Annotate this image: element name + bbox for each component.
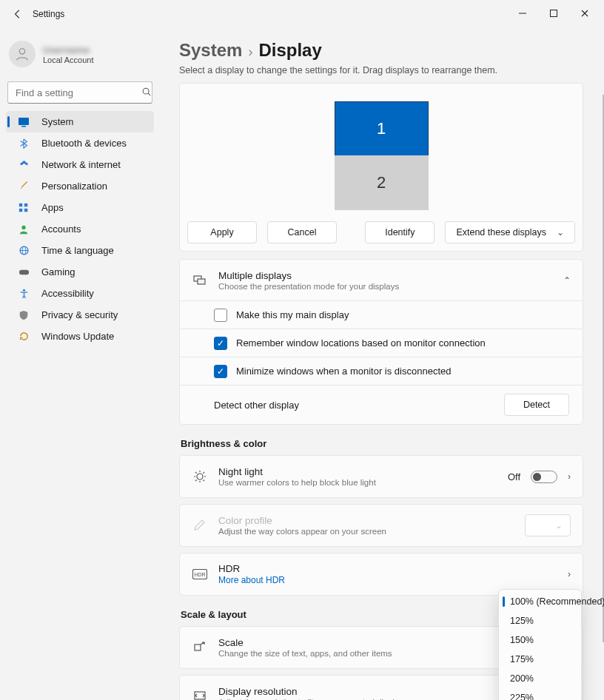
search-field[interactable] (14, 87, 141, 99)
row-desc: Choose the presentation mode for your di… (218, 282, 399, 291)
nav-gaming[interactable]: Gaming (6, 261, 154, 283)
scale-dropdown[interactable]: 100% (Recommended) 125% 150% 175% 200% 2… (498, 589, 582, 700)
row-desc: Change the size of text, apps, and other… (218, 649, 392, 658)
nav-label: Time & language (41, 245, 114, 256)
minimize-button[interactable] (514, 9, 531, 20)
identify-button[interactable]: Identify (365, 221, 434, 243)
checkbox-minimize-disconnected[interactable]: ✓ (214, 365, 227, 378)
gaming-icon (16, 265, 31, 280)
chevron-right-icon: › (568, 569, 571, 579)
shield-icon (16, 308, 31, 323)
cancel-button[interactable]: Cancel (267, 221, 337, 243)
row-desc: Adjust the way colors appear on your scr… (218, 527, 386, 536)
svg-rect-31 (195, 692, 205, 699)
color-profile-icon (192, 517, 208, 534)
option-label: Remember window locations based on monit… (236, 337, 486, 349)
svg-rect-7 (19, 203, 22, 206)
nav-update[interactable]: Windows Update (6, 326, 154, 347)
scale-option-100[interactable]: 100% (Recommended) (501, 592, 579, 611)
svg-line-27 (204, 472, 205, 474)
search-icon (141, 87, 152, 99)
svg-line-4 (148, 93, 150, 95)
accessibility-icon (16, 286, 31, 301)
system-icon (16, 115, 31, 129)
nav-accessibility[interactable]: Accessibility (6, 283, 154, 304)
night-light-toggle[interactable] (531, 471, 557, 483)
scale-option-150[interactable]: 150% (501, 630, 579, 650)
svg-rect-9 (19, 208, 22, 211)
remember-locations-row[interactable]: ✓ Remember window locations based on mon… (180, 329, 583, 357)
scale-option-125[interactable]: 125% (501, 611, 579, 630)
checkbox-remember-locations[interactable]: ✓ (214, 337, 227, 350)
resolution-icon (192, 688, 208, 700)
svg-rect-6 (21, 126, 26, 127)
nav-privacy[interactable]: Privacy & security (6, 304, 154, 326)
display-mode-select[interactable]: Extend these displays ⌄ (445, 221, 575, 243)
breadcrumb-root[interactable]: System (179, 40, 242, 61)
nav-label: System (41, 116, 73, 127)
maximize-button[interactable] (545, 9, 563, 20)
svg-rect-5 (19, 118, 29, 125)
nav-accounts[interactable]: Accounts (6, 218, 154, 240)
apply-button[interactable]: Apply (187, 221, 257, 243)
detect-button[interactable]: Detect (504, 394, 569, 416)
nav-label: Gaming (41, 266, 76, 277)
hdr-link[interactable]: More about HDR (218, 575, 285, 585)
row-title: Color profile (218, 515, 386, 526)
nav-system[interactable]: System (6, 111, 154, 132)
nav-label: Windows Update (41, 331, 114, 342)
section-brightness: Brightness & color (181, 438, 583, 449)
monitor-2[interactable]: 2 (335, 155, 429, 210)
svg-rect-30 (195, 645, 201, 650)
row-title: Multiple displays (218, 270, 399, 281)
row-desc: Use warmer colors to help block blue lig… (218, 478, 376, 487)
night-light-icon (192, 468, 208, 485)
monitor-1[interactable]: 1 (335, 101, 429, 156)
nav-label: Accounts (41, 223, 81, 235)
nav-time[interactable]: Time & language (6, 240, 154, 261)
chevron-up-icon: ⌃ (563, 275, 571, 286)
nav-personalization[interactable]: Personalization (6, 175, 154, 197)
profile-account-type: Local Account (43, 55, 94, 64)
scale-option-175[interactable]: 175% (501, 650, 579, 669)
minimize-disconnected-row[interactable]: ✓ Minimize windows when a monitor is dis… (180, 357, 583, 386)
chevron-right-icon: › (248, 44, 252, 60)
nav-network[interactable]: Network & internet (6, 154, 154, 175)
bluetooth-icon (16, 136, 31, 151)
scale-option-200[interactable]: 200% (501, 669, 579, 688)
row-title: Night light (218, 466, 376, 477)
app-title: Settings (33, 9, 64, 19)
svg-text:HDR: HDR (194, 572, 205, 577)
nav-apps[interactable]: Apps (6, 197, 154, 218)
multiple-displays-row[interactable]: Multiple displays Choose the presentatio… (180, 260, 583, 301)
svg-point-16 (22, 289, 24, 292)
option-label: Minimize windows when a monitor is disco… (236, 366, 451, 377)
option-label: Make this my main display (236, 309, 349, 320)
search-input[interactable] (7, 81, 152, 104)
svg-point-2 (19, 49, 24, 54)
make-main-display-row[interactable]: Make this my main display (180, 301, 583, 329)
nav-label: Network & internet (41, 159, 121, 170)
svg-line-25 (204, 480, 205, 482)
breadcrumb-leaf: Display (258, 40, 321, 61)
nav-label: Privacy & security (41, 309, 118, 320)
close-button[interactable] (576, 9, 594, 20)
row-title: Scale (218, 637, 392, 648)
night-light-state: Off (508, 471, 520, 482)
svg-rect-8 (24, 203, 27, 206)
chevron-right-icon: › (568, 471, 571, 482)
profile-block[interactable]: Username Local Account (9, 37, 154, 71)
nav-bluetooth[interactable]: Bluetooth & devices (6, 132, 154, 154)
breadcrumb: System › Display (179, 40, 583, 61)
update-icon (16, 329, 31, 344)
row-title: Display resolution (218, 686, 403, 697)
color-profile-row: Color profile Adjust the way colors appe… (180, 505, 583, 546)
night-light-row[interactable]: Night light Use warmer colors to help bl… (180, 456, 583, 497)
svg-rect-15 (19, 270, 28, 275)
scale-option-225[interactable]: 225% (501, 688, 579, 700)
checkbox-main-display[interactable] (214, 309, 227, 322)
brush-icon (16, 179, 31, 194)
back-button[interactable] (6, 2, 30, 26)
wifi-icon (16, 158, 31, 172)
hdr-icon: HDR (192, 566, 208, 582)
